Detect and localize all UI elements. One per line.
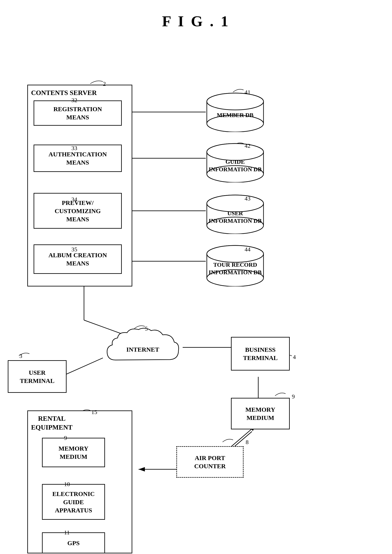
electronic-guide-box: ELECTRONIC GUIDE APPARATUS bbox=[42, 484, 105, 520]
ref-34: 34 bbox=[71, 196, 77, 203]
business-terminal-label: BUSINESS TERMINAL bbox=[243, 345, 278, 362]
ref-2: 2 bbox=[103, 80, 106, 87]
ref-43: 43 bbox=[245, 195, 251, 202]
ref-8: 8 bbox=[246, 439, 249, 446]
internet-cloud: INTERNET bbox=[103, 326, 183, 368]
album-creation-label: ALBUM CREATION MEANS bbox=[49, 251, 107, 267]
ref-4: 4 bbox=[293, 354, 296, 360]
user-info-db-label: USER INFORMATION DB bbox=[209, 209, 262, 225]
memory-medium-right-box: MEMORY MEDIUM bbox=[231, 398, 290, 429]
ref-35: 35 bbox=[71, 246, 77, 253]
contents-server-label: CONTENTS SERVER bbox=[31, 88, 97, 97]
ref-10: 10 bbox=[64, 481, 70, 488]
ref-42: 42 bbox=[245, 143, 251, 149]
tour-record-db: TOUR RECORD INFORMATION DB bbox=[206, 245, 265, 287]
gps-box: GPS bbox=[42, 532, 105, 553]
memory-medium-left-label: MEMORY MEDIUM bbox=[59, 444, 88, 461]
ref-3: 3 bbox=[19, 353, 22, 359]
authentication-means-label: AUTHENTICATION MEANS bbox=[49, 150, 107, 166]
tour-record-db-label: TOUR RECORD INFORMATION DB bbox=[209, 261, 262, 276]
guide-info-db: GUIDE INFORMATION DB bbox=[206, 143, 265, 182]
svg-point-19 bbox=[207, 93, 264, 110]
memory-medium-right-label: MEMORY MEDIUM bbox=[245, 405, 275, 422]
svg-line-8 bbox=[65, 358, 103, 375]
ref-5: 5 bbox=[145, 325, 148, 332]
memory-medium-left-box: MEMORY MEDIUM bbox=[42, 438, 105, 467]
rental-equipment-label: RENTAL EQUIPMENT bbox=[31, 414, 72, 432]
album-creation-box: ALBUM CREATION MEANS bbox=[34, 245, 122, 274]
ref-9-right: 9 bbox=[292, 393, 295, 400]
user-terminal-label: USER TERMINAL bbox=[20, 368, 54, 385]
page-title: F I G . 1 bbox=[0, 0, 392, 47]
user-terminal-box: USER TERMINAL bbox=[8, 360, 67, 393]
internet-label: INTERNET bbox=[126, 346, 159, 353]
ref-32: 32 bbox=[71, 97, 77, 104]
guide-info-db-label: GUIDE INFORMATION DB bbox=[209, 158, 262, 173]
registration-means-label: REGISTRATION MEANS bbox=[53, 105, 102, 121]
ref-44: 44 bbox=[245, 246, 251, 253]
business-terminal-box: BUSINESS TERMINAL bbox=[231, 337, 290, 371]
rental-equipment-box: RENTAL EQUIPMENT bbox=[27, 410, 132, 553]
member-db: MEMBER DB bbox=[206, 92, 265, 132]
gps-label: GPS bbox=[67, 539, 80, 547]
preview-customizing-label: PREVIEW/ CUSTOMIZING MEANS bbox=[55, 199, 101, 223]
preview-customizing-box: PREVIEW/ CUSTOMIZING MEANS bbox=[34, 193, 122, 229]
ref-33: 33 bbox=[71, 145, 77, 151]
member-db-label: MEMBER DB bbox=[217, 111, 254, 119]
svg-point-37 bbox=[207, 245, 264, 262]
airport-counter-box: AIR PORT COUNTER bbox=[176, 446, 244, 478]
ref-11: 11 bbox=[64, 529, 70, 536]
electronic-guide-label: ELECTRONIC GUIDE APPARATUS bbox=[52, 490, 95, 514]
authentication-means-box: AUTHENTICATION MEANS bbox=[34, 144, 122, 172]
user-info-db: USER INFORMATION DB bbox=[206, 194, 265, 234]
ref-15: 15 bbox=[91, 409, 97, 416]
ref-41: 41 bbox=[245, 89, 251, 96]
airport-counter-label: AIR PORT COUNTER bbox=[194, 454, 226, 470]
registration-means-box: REGISTRATION MEANS bbox=[34, 101, 122, 126]
ref-9-left: 9 bbox=[64, 435, 67, 441]
